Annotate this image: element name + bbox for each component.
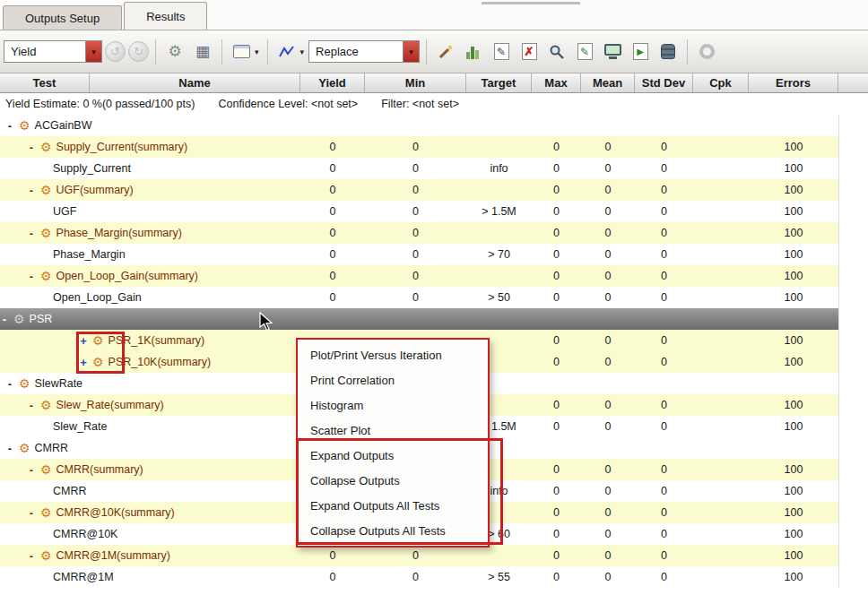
graph-style-icon[interactable] [274, 39, 299, 65]
monitor-icon[interactable] [600, 39, 625, 65]
cell-yield: 0 [300, 201, 365, 222]
expand-toggle-icon[interactable]: - [27, 270, 36, 283]
screen-icon [604, 44, 621, 59]
cell-yield: 0 [300, 287, 365, 308]
tab-label: Outputs Setup [25, 12, 100, 25]
expand-toggle-icon[interactable]: - [27, 506, 36, 520]
table-row[interactable]: CMRR@1M 0 0 > 55 0 0 0 100 [0, 566, 868, 588]
col-header-stddev[interactable]: Std Dev [635, 73, 693, 92]
table-row[interactable]: UGF 0 0 > 1.5M 0 0 0 100 [0, 201, 868, 222]
expand-toggle-icon[interactable]: + [79, 356, 88, 369]
cell-stddev: 0 [635, 158, 693, 179]
spreadsheet-icon[interactable]: ▦ [190, 39, 215, 65]
expand-toggle-icon[interactable]: - [27, 227, 36, 240]
col-header-max[interactable]: Max [532, 73, 581, 92]
plot-window-dropdown-icon[interactable]: ▾ [255, 47, 259, 56]
table-row[interactable]: - ⚙ Open_Loop_Gain(summary) 0 0 0 0 0 10… [0, 265, 868, 287]
wand-icon[interactable] [433, 39, 458, 65]
col-header-test[interactable]: Test [0, 73, 90, 92]
history-forward-icon[interactable]: ↻ [128, 41, 149, 62]
plot-mode-combo[interactable]: Replace ▾ [308, 40, 420, 63]
summary-info-row: Yield Estimate: 0 %(0 passed/100 pts) Co… [0, 93, 868, 115]
gear-icon: ⚙ [40, 506, 52, 519]
table-row[interactable]: Supply_Current 0 0 info 0 0 0 100 [0, 158, 868, 179]
annotate-icon[interactable]: ✎ [572, 39, 597, 65]
col-header-name[interactable]: Name [90, 73, 300, 92]
database-icon[interactable] [655, 39, 681, 65]
cell-mean: 0 [581, 265, 635, 287]
cell-mean: 0 [581, 330, 635, 351]
row-filler [838, 437, 868, 459]
run-icon[interactable]: ▶ [628, 39, 653, 65]
expand-toggle-icon[interactable]: - [5, 442, 14, 455]
table-row[interactable]: Phase_Margin 0 0 > 70 0 0 0 100 [0, 244, 868, 265]
expand-toggle-icon[interactable]: - [27, 141, 36, 154]
context-menu-item[interactable]: Scatter Plot [298, 418, 488, 443]
histogram-icon[interactable] [461, 39, 486, 65]
row-filler [838, 308, 868, 330]
output-metric-combo[interactable]: Yield ▾ [4, 40, 102, 63]
expand-toggle-icon[interactable]: - [27, 184, 36, 197]
cell-target [466, 265, 532, 287]
toolbar-separator [687, 39, 688, 65]
checkbox-icon: ✗ [522, 43, 537, 60]
tab-outputs-setup[interactable]: Outputs Setup [3, 5, 122, 30]
edit-plot-icon[interactable]: ✎ [489, 39, 514, 65]
cell-errors: 100 [749, 136, 838, 158]
cell-cpk [693, 179, 749, 201]
donut-icon[interactable] [694, 39, 719, 65]
col-header-mean[interactable]: Mean [581, 73, 635, 92]
row-tree-cell: - ⚙ UGF(summary) [0, 179, 300, 201]
cell-max: 0 [532, 201, 581, 222]
cell-cpk [693, 459, 749, 480]
gear-icon: ⚙ [19, 119, 30, 132]
row-filler [838, 480, 868, 502]
preview-icon[interactable] [544, 39, 569, 65]
splitter-handle[interactable] [482, 2, 580, 4]
col-header-yield[interactable]: Yield [300, 73, 365, 92]
expand-toggle-icon[interactable]: - [27, 549, 36, 563]
expand-toggle-icon[interactable]: - [27, 463, 36, 477]
expand-toggle-icon[interactable]: - [27, 399, 36, 412]
table-row[interactable]: Open_Loop_Gain 0 0 > 50 0 0 0 100 [0, 287, 868, 308]
settings-gear-icon[interactable]: ⚙ [162, 39, 187, 65]
col-header-errors[interactable]: Errors [749, 73, 838, 92]
combo-dropdown-icon[interactable]: ▾ [85, 41, 101, 62]
table-row[interactable]: - ⚙ ACGainBW [0, 115, 868, 136]
col-header-target[interactable]: Target [466, 73, 532, 92]
context-menu-item[interactable]: Collapse Outputs [298, 468, 488, 493]
table-row[interactable]: - ⚙ CMRR@1M(summary) 0 0 0 0 0 100 [0, 545, 868, 566]
table-row[interactable]: - ⚙ PSR [0, 308, 868, 330]
col-header-cpk[interactable]: Cpk [693, 73, 749, 92]
context-menu-item[interactable]: Print Correlation [298, 367, 488, 392]
combo-dropdown-icon[interactable]: ▾ [403, 41, 419, 62]
expand-toggle-icon[interactable]: - [0, 313, 9, 326]
row-name: CMRR [35, 442, 69, 454]
tab-results[interactable]: Results [124, 2, 207, 30]
table-row[interactable]: - ⚙ Phase_Margin(summary) 0 0 0 0 0 100 [0, 222, 868, 244]
context-menu-item[interactable]: Histogram [298, 392, 488, 418]
cell-cpk [693, 394, 749, 416]
context-menu-item[interactable]: Expand Outputs All Tests [298, 493, 488, 518]
cell-mean: 0 [581, 287, 635, 308]
context-menu-item[interactable]: Collapse Outputs All Tests [298, 518, 488, 543]
expand-toggle-icon[interactable]: + [79, 334, 88, 348]
plot-window-icon[interactable] [229, 39, 254, 65]
checkbox-x-icon[interactable]: ✗ [516, 39, 542, 65]
row-tree-cell: - ⚙ Open_Loop_Gain(summary) [0, 265, 300, 287]
table-row[interactable]: - ⚙ Supply_Current(summary) 0 0 0 0 0 10… [0, 136, 868, 158]
col-header-min[interactable]: Min [365, 73, 466, 92]
expand-toggle-icon[interactable]: - [5, 377, 14, 391]
row-name: Open_Loop_Gain [53, 291, 142, 304]
graph-style-dropdown-icon[interactable]: ▾ [300, 47, 305, 56]
row-tree-cell: - ⚙ SlewRate [0, 373, 300, 394]
table-header: Test Name Yield Min Target Max Mean Std … [0, 73, 868, 93]
history-back-icon[interactable]: ↺ [105, 41, 126, 62]
context-menu-item[interactable]: Plot/Print Versus Iteration [298, 342, 488, 367]
col-header-filler [838, 73, 868, 92]
cell-target [466, 545, 532, 566]
cell-yield: 0 [300, 179, 365, 201]
context-menu-item[interactable]: Expand Outputs [298, 443, 488, 468]
table-row[interactable]: - ⚙ UGF(summary) 0 0 0 0 0 100 [0, 179, 868, 201]
expand-toggle-icon[interactable]: - [5, 119, 14, 133]
